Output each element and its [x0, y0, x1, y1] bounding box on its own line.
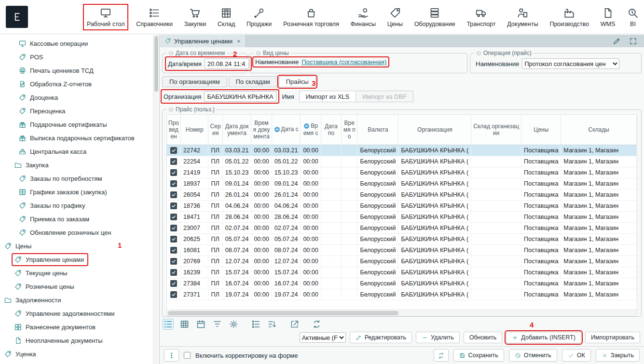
row-checkbox[interactable]: [170, 147, 177, 154]
sidebar-item[interactable]: Кассовые операции: [0, 37, 153, 50]
top-nav-item[interactable]: Справочники: [133, 5, 176, 29]
gear-icon[interactable]: [229, 319, 239, 329]
row-checkbox[interactable]: [170, 291, 177, 298]
sidebar-item[interactable]: Управление задолженностями: [0, 307, 153, 320]
sidebar-item[interactable]: Переоценка: [0, 104, 153, 118]
top-nav-item[interactable]: Цены: [384, 5, 406, 29]
fullscreen-icon[interactable]: [629, 37, 637, 45]
column-header[interactable]: Цены: [521, 115, 561, 145]
sidebar-item[interactable]: Управление ценами: [0, 253, 153, 266]
filter-icon[interactable]: [212, 319, 222, 329]
column-header[interactable]: Время документа: [251, 115, 272, 145]
top-nav-item[interactable]: BI: [624, 5, 642, 29]
row-checkbox[interactable]: [170, 158, 177, 165]
sidebar-item[interactable]: Разнесение документов: [0, 320, 153, 334]
row-checkbox[interactable]: [170, 269, 177, 276]
close-button[interactable]: Закрыть: [596, 349, 640, 362]
subtab[interactable]: По организациям: [162, 76, 227, 87]
top-nav-item[interactable]: Производство: [547, 5, 592, 29]
tab-close-icon[interactable]: ×: [237, 38, 241, 45]
top-nav-item[interactable]: Розничная торговля: [280, 5, 342, 29]
sidebar-item[interactable]: Обновление розничных цен: [0, 226, 153, 239]
sidebar-item[interactable]: Уценка: [0, 347, 153, 361]
column-header[interactable]: Дата документа: [222, 115, 251, 145]
sidebar-item[interactable]: Графики заказов (закупка): [0, 185, 153, 199]
column-header[interactable]: Серия: [208, 115, 222, 145]
row-checkbox[interactable]: [170, 191, 177, 198]
horizontal-scrollbar[interactable]: [167, 310, 637, 316]
price-kind-link[interactable]: Поставщика (согласованная): [301, 58, 386, 66]
column-header[interactable]: Номер: [181, 115, 208, 145]
top-nav-item[interactable]: Документы: [504, 5, 541, 29]
top-nav-item[interactable]: WMS: [598, 5, 618, 29]
row-checkbox[interactable]: [170, 280, 177, 287]
footer-refresh-button[interactable]: [434, 349, 449, 362]
column-header[interactable]: Дата по: [321, 115, 341, 145]
column-header[interactable]: Валюта: [357, 115, 398, 145]
grid-row[interactable]: 26054ПЛ26.01.2400:0026.01.2400:00Белорус…: [167, 189, 637, 200]
sidebar-item[interactable]: Цены: [0, 239, 153, 253]
sync-icon[interactable]: [312, 319, 322, 329]
row-checkbox[interactable]: [170, 236, 177, 243]
records-filter-select[interactable]: Активные (F10): [300, 332, 346, 343]
subtab[interactable]: Прайсы: [279, 76, 316, 87]
grid-row[interactable]: 20625ПЛ05.07.2400:0005.07.2400:00Белорус…: [167, 233, 637, 244]
row-checkbox[interactable]: [170, 225, 177, 231]
sidebar-item[interactable]: Текущие цены: [0, 266, 153, 280]
tab-price-management[interactable]: Управление ценами ×: [160, 35, 246, 47]
table-view-icon[interactable]: [179, 319, 190, 329]
sidebar-item[interactable]: POS: [0, 50, 153, 64]
cancel-button[interactable]: Отменить: [509, 349, 557, 362]
app-logo[interactable]: [6, 6, 28, 28]
column-header[interactable]: Проведен: [167, 115, 181, 145]
top-nav-item[interactable]: Финансы: [348, 5, 379, 29]
import-button[interactable]: Импортировать: [585, 332, 640, 343]
delete-button[interactable]: Удалить: [416, 332, 460, 343]
refresh-button[interactable]: Обновить: [464, 332, 503, 343]
collapse-icon[interactable]: [256, 51, 261, 56]
column-header[interactable]: Склад организации: [471, 115, 521, 145]
column-header[interactable]: Время с: [301, 115, 321, 145]
grid-row[interactable]: 22742ПЛ03.03.2100:0003.03.2100:00Белорус…: [167, 145, 637, 156]
sort-asc-icon[interactable]: [303, 123, 310, 129]
sidebar-item[interactable]: Печать ценников ТСД: [0, 64, 153, 77]
top-nav-item[interactable]: Рабочий стол: [84, 5, 127, 29]
sidebar-item[interactable]: Закупка: [0, 158, 153, 172]
import-xls-button[interactable]: Импорт из XLS: [299, 91, 356, 102]
collapse-icon[interactable]: [168, 107, 174, 112]
save-button[interactable]: Сохранить: [453, 349, 504, 362]
grid-row[interactable]: 16081ПЛ08.07.2400:0008.07.2400:00Белорус…: [167, 244, 637, 256]
column-header[interactable]: Склады: [561, 115, 637, 145]
horizontal-scrollbar-thumb[interactable]: [168, 311, 398, 315]
grid-row[interactable]: 27371ПЛ19.07.2400:0019.07.2400:00Белорус…: [167, 289, 637, 300]
sidebar-scrollbar-thumb[interactable]: [154, 36, 158, 92]
row-checkbox[interactable]: [170, 180, 177, 187]
sort-asc-icon[interactable]: [274, 126, 280, 133]
top-nav-item[interactable]: Продажи: [244, 5, 274, 29]
column-header[interactable]: Дата с: [272, 115, 301, 145]
grid-row[interactable]: 23007ПЛ02.07.2400:0002.07.2400:00Белорус…: [167, 222, 637, 233]
grid-row[interactable]: 27384ПЛ16.07.2400:0016.07.2400:00Белорус…: [167, 278, 637, 289]
operation-select[interactable]: Протокол согласования цен: [522, 58, 619, 69]
top-nav-item[interactable]: Транспорт: [464, 5, 498, 29]
sidebar-item[interactable]: Заказы по потребностям: [0, 172, 153, 185]
top-nav-item[interactable]: Склад: [215, 5, 238, 29]
edit-button[interactable]: Редактировать: [350, 332, 412, 343]
sidebar-item[interactable]: Дооценка: [0, 91, 153, 104]
sidebar-item[interactable]: Выписка подарочных сертификатов: [0, 131, 153, 145]
sidebar-item[interactable]: Подарочные сертификаты: [0, 118, 153, 131]
datetime-input[interactable]: [205, 58, 249, 69]
column-header[interactable]: Время по: [341, 115, 357, 145]
sidebar-item[interactable]: Неоплаченные документы: [0, 334, 153, 347]
sidebar-item[interactable]: Обработка Z-отчетов: [0, 77, 153, 91]
numbered-list-icon[interactable]: [251, 319, 261, 329]
grid-row[interactable]: 21419ПЛ15.10.2300:0015.10.2300:00Белорус…: [167, 167, 637, 178]
grid-row[interactable]: 22254ПЛ05.01.2200:0005.01.2200:00Белорус…: [167, 156, 637, 167]
list-view-icon[interactable]: [163, 319, 173, 329]
export-icon[interactable]: [289, 319, 300, 329]
row-checkbox[interactable]: [170, 214, 177, 220]
add-button[interactable]: Добавить (INSERT): [506, 332, 581, 343]
row-checkbox[interactable]: [170, 169, 177, 176]
organization-input[interactable]: [204, 91, 276, 102]
row-checkbox[interactable]: [170, 202, 177, 209]
